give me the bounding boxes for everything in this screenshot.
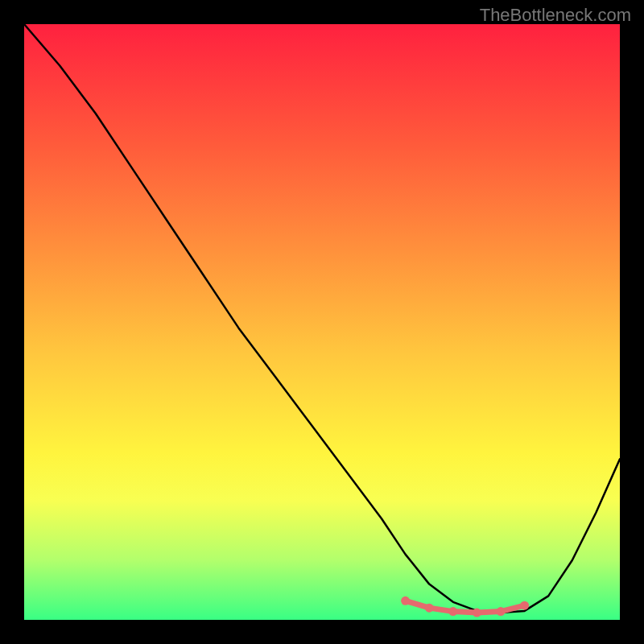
chart-svg bbox=[24, 24, 620, 620]
highlight-dot bbox=[473, 609, 481, 617]
watermark-text: TheBottleneck.com bbox=[480, 5, 631, 26]
highlight-dot bbox=[497, 607, 506, 616]
highlight-dot bbox=[520, 601, 529, 610]
highlight-dot bbox=[448, 607, 457, 616]
highlight-dot bbox=[425, 604, 434, 613]
highlight-dot bbox=[401, 597, 410, 605]
main-curve bbox=[24, 24, 620, 613]
plot-frame bbox=[24, 24, 620, 620]
